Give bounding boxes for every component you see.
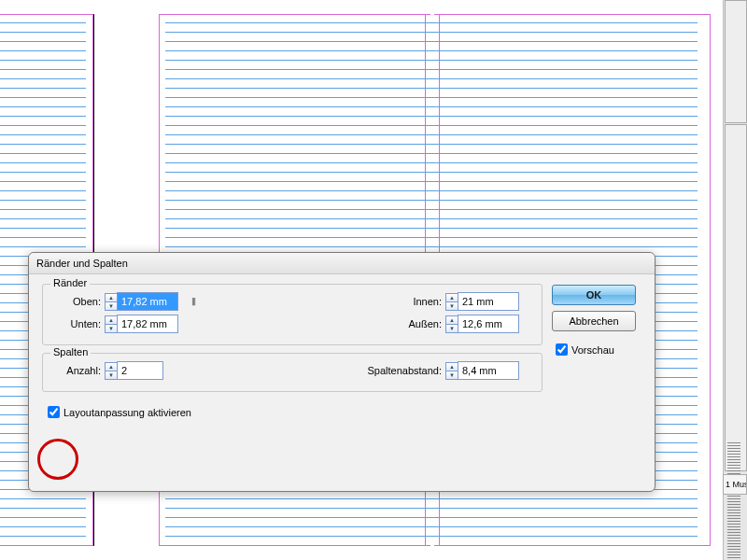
- bottom-spin-down[interactable]: ▼: [105, 324, 118, 333]
- top-spin-down[interactable]: ▼: [105, 301, 118, 311]
- ok-button[interactable]: OK: [552, 285, 636, 305]
- dialog-button-column: OK Abbrechen Vorschau: [552, 285, 641, 358]
- pages-master-item[interactable]: 1 Must: [723, 474, 747, 495]
- top-label: Oben:: [54, 296, 101, 307]
- preview-label: Vorschau: [571, 344, 614, 356]
- panel-1[interactable]: [725, 0, 747, 123]
- inside-input[interactable]: [458, 292, 519, 311]
- gutter-input[interactable]: [458, 361, 519, 380]
- right-panel-dock: 1 Must: [723, 0, 747, 560]
- margins-columns-dialog: Ränder und Spalten Ränder Oben: ▲ ▼: [28, 252, 655, 492]
- cancel-button[interactable]: Abbrechen: [552, 311, 636, 331]
- layout-adjust-checkbox[interactable]: [48, 406, 60, 418]
- outside-input[interactable]: [458, 315, 519, 333]
- margins-legend: Ränder: [50, 277, 90, 288]
- gutter-label: Spaltenabstand:: [348, 365, 442, 376]
- layout-adjust-label: Layoutanpassung aktivieren: [63, 407, 191, 418]
- bottom-label: Unten:: [54, 318, 101, 329]
- panel-2[interactable]: [725, 124, 747, 471]
- columns-legend: Spalten: [50, 346, 91, 357]
- count-label: Anzahl:: [54, 365, 101, 376]
- margins-fieldset: Ränder Oben: ▲ ▼ ⦀: [42, 284, 543, 345]
- link-margins-icon[interactable]: ⦀: [187, 292, 200, 311]
- outside-label: Außen:: [395, 318, 442, 329]
- count-input[interactable]: [117, 361, 163, 380]
- count-spin-down[interactable]: ▼: [105, 371, 118, 380]
- inside-label: Innen:: [395, 296, 442, 307]
- outside-spin-down[interactable]: ▼: [445, 324, 458, 333]
- dialog-title: Ränder und Spalten: [29, 253, 655, 274]
- columns-fieldset: Spalten Anzahl: ▲ ▼ Spaltenabstand:: [42, 353, 543, 392]
- preview-checkbox[interactable]: [556, 343, 568, 356]
- top-input[interactable]: [117, 292, 178, 311]
- inside-spin-down[interactable]: ▼: [445, 301, 458, 311]
- bottom-input[interactable]: [117, 315, 178, 333]
- gutter-spin-down[interactable]: ▼: [445, 371, 458, 380]
